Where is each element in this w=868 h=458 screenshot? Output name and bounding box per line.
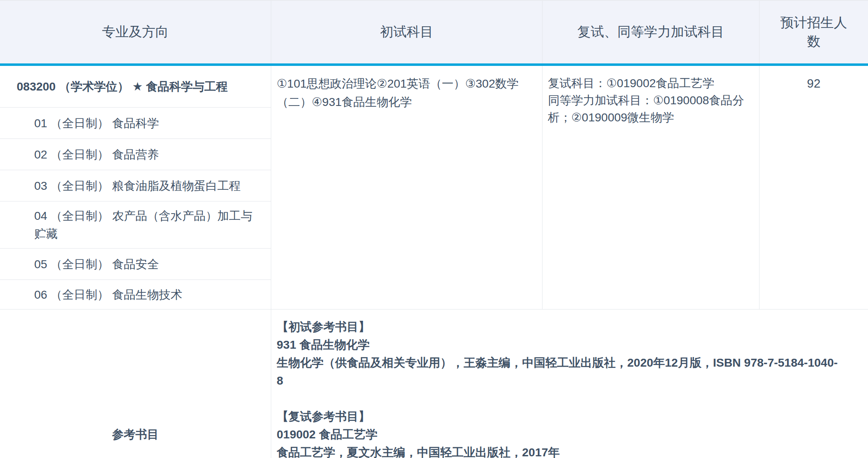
- program-title-row: 083200 （学术学位） ★ 食品科学与工程: [0, 66, 271, 108]
- reference-label: 参考书目: [112, 427, 159, 443]
- table-header-row: 专业及方向 初试科目 复试、同等学力加试科目 预计招生人 数: [0, 1, 868, 63]
- col-header-initial-exam: 初试科目: [271, 1, 542, 63]
- col-header-reexam: 复试、同等学力加试科目: [542, 1, 760, 63]
- col-header-major: 专业及方向: [0, 1, 271, 63]
- direction-row: 04 （全日制） 农产品（含水产品）加工与 贮藏: [0, 201, 271, 249]
- direction-row: 03 （全日制） 粮食油脂及植物蛋白工程: [0, 170, 271, 201]
- reference-label-cell: 参考书目: [0, 310, 271, 458]
- reexam-subjects-cell: 复试科目：①019002食品工艺学 同等学力加试科目：①0190008食品分 析…: [542, 66, 760, 309]
- direction-row: 01 （全日制） 食品科学: [0, 108, 271, 139]
- planned-enrollment-cell: 92: [760, 66, 868, 309]
- reference-content: 【初试参考书目】 931 食品生物化学 生物化学（供食品及相关专业用），王淼主编…: [271, 310, 868, 458]
- direction-row: 02 （全日制） 食品营养: [0, 139, 271, 170]
- direction-row: 06 （全日制） 食品生物技术: [0, 280, 271, 309]
- reference-books-row: 参考书目 【初试参考书目】 931 食品生物化学 生物化学（供食品及相关专业用）…: [0, 309, 868, 458]
- program-body-row: 083200 （学术学位） ★ 食品科学与工程 01 （全日制） 食品科学 02…: [0, 66, 868, 309]
- initial-exam-cell: ①101思想政治理论②201英语（一）③302数学 （二）④931食品生物化学: [271, 66, 542, 309]
- admissions-table: 专业及方向 初试科目 复试、同等学力加试科目 预计招生人 数 083200 （学…: [0, 0, 868, 458]
- col-header-enrollment: 预计招生人 数: [760, 1, 868, 63]
- major-directions-column: 083200 （学术学位） ★ 食品科学与工程 01 （全日制） 食品科学 02…: [0, 66, 271, 309]
- direction-row: 05 （全日制） 食品安全: [0, 249, 271, 280]
- admissions-page: 专业及方向 初试科目 复试、同等学力加试科目 预计招生人 数 083200 （学…: [0, 0, 868, 458]
